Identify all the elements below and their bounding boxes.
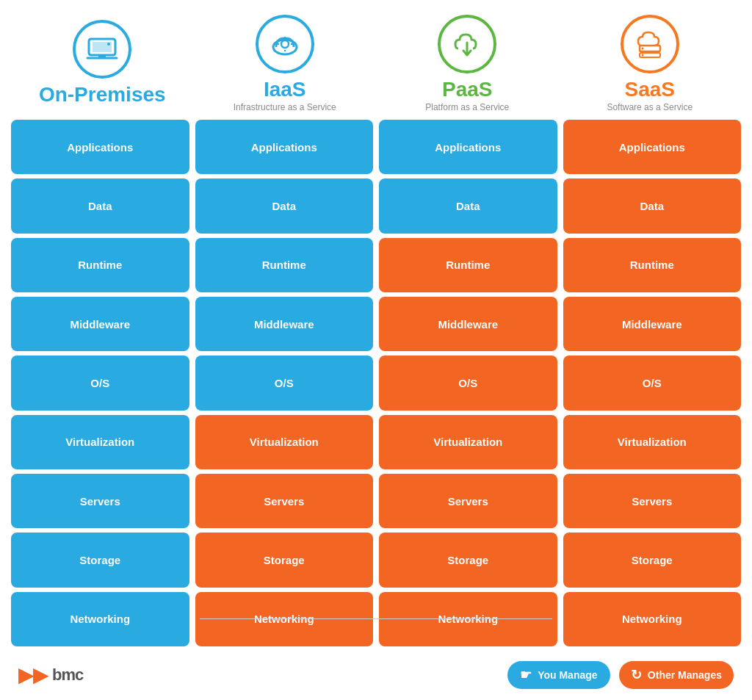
cell-saas-storage: Storage [563,533,742,587]
column-saas: ApplicationsDataRuntimeMiddlewareO/SVirt… [563,120,742,646]
cell-paas-runtime: Runtime [379,238,557,292]
grid-container: ApplicationsDataRuntimeMiddlewareO/SVirt… [7,120,745,646]
cell-saas-applications: Applications [563,120,742,174]
bmc-arrow-icon: ▶▶ [18,665,48,685]
iaas-title: IaaS [264,79,306,100]
svg-point-6 [281,40,289,48]
footer: ▶▶ bmc ☛ You Manage ↻ Other Manages [7,652,745,693]
cell-saas-servers: Servers [563,474,742,528]
cell-on-premises-servers: Servers [11,474,189,528]
svg-point-14 [641,48,643,50]
paas-title: PaaS [442,79,493,100]
cell-iaas-data: Data [195,178,374,233]
column-on-premises: ApplicationsDataRuntimeMiddlewareO/SVirt… [11,120,189,646]
cell-saas-o-s: O/S [563,356,742,410]
hand-icon: ☛ [520,667,532,683]
saas-title: SaaS [625,79,676,100]
iaas-icon-circle [256,15,314,73]
legend-divider [200,618,552,619]
bmc-text: bmc [52,665,83,685]
cell-on-premises-runtime: Runtime [11,238,189,292]
on-premises-icon-circle [73,20,131,79]
main-container: On-Premises IaaS Infrastructure as a Ser… [0,0,752,700]
column-header-paas: PaaS Platform as a Service [383,15,552,112]
cell-iaas-servers: Servers [195,474,374,528]
cell-on-premises-virtualization: Virtualization [11,415,189,469]
cell-on-premises-data: Data [11,178,189,233]
column-iaas: ApplicationsDataRuntimeMiddlewareO/SVirt… [195,120,374,646]
paas-subtitle: Platform as a Service [425,102,509,112]
cell-saas-networking: Networking [563,592,742,646]
legend-you-manage-label: You Manage [538,669,597,681]
cell-paas-middleware: Middleware [379,297,557,351]
legend-other-manages-label: Other Manages [648,669,722,681]
laptop-icon [86,33,118,65]
gear-cloud-icon [269,28,301,60]
cell-paas-o-s: O/S [379,356,557,410]
header-row: On-Premises IaaS Infrastructure as a Ser… [7,15,745,112]
paas-icon-circle [438,15,496,73]
cell-on-premises-middleware: Middleware [11,297,189,351]
cell-iaas-virtualization: Virtualization [195,415,374,469]
cell-paas-data: Data [379,178,557,233]
column-header-saas: SaaS Software as a Service [565,15,734,112]
svg-rect-3 [98,55,106,58]
cell-iaas-storage: Storage [195,533,374,587]
cell-paas-virtualization: Virtualization [379,415,557,469]
cell-iaas-runtime: Runtime [195,238,374,292]
legend: ☛ You Manage ↻ Other Manages [507,661,734,689]
cell-on-premises-applications: Applications [11,120,189,174]
cell-iaas-middleware: Middleware [195,297,374,351]
cell-saas-runtime: Runtime [563,238,742,292]
on-premises-title: On-Premises [39,84,166,105]
saas-subtitle: Software as a Service [607,102,693,112]
column-paas: ApplicationsDataRuntimeMiddlewareO/SVirt… [379,120,557,646]
column-header-iaas: IaaS Infrastructure as a Service [200,15,369,112]
svg-point-15 [641,54,643,57]
cell-paas-servers: Servers [379,474,557,528]
cell-iaas-applications: Applications [195,120,374,174]
iaas-subtitle: Infrastructure as a Service [234,102,336,112]
cell-saas-virtualization: Virtualization [563,415,742,469]
cell-on-premises-o-s: O/S [11,356,189,410]
svg-point-4 [107,43,110,46]
bmc-logo: ▶▶ bmc [18,665,83,685]
legend-other-manages: ↻ Other Manages [619,661,734,689]
cell-saas-data: Data [563,178,742,233]
cell-saas-middleware: Middleware [563,297,742,351]
cell-paas-applications: Applications [379,120,557,174]
refresh-icon: ↻ [631,667,642,683]
saas-icon-circle [621,15,679,73]
cell-on-premises-networking: Networking [11,592,189,646]
cell-paas-storage: Storage [379,533,557,587]
cell-on-premises-storage: Storage [11,533,189,587]
column-header-on-premises: On-Premises [18,20,187,107]
server-cloud-icon [634,28,666,60]
legend-you-manage: ☛ You Manage [507,661,610,689]
cell-iaas-o-s: O/S [195,356,374,410]
download-cloud-icon [451,28,483,60]
